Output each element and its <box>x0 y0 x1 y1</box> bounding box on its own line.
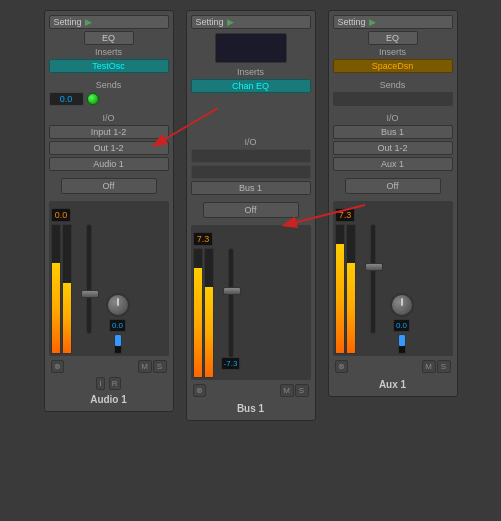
m-button-aux1[interactable]: M <box>422 360 436 373</box>
fader-knob-area-aux1 <box>358 224 388 354</box>
ms-buttons-bus1: M S <box>280 384 309 397</box>
meter-bar-right-audio1 <box>62 224 72 354</box>
side-db-aux1: 0.0 <box>393 319 410 332</box>
output-button-aux1[interactable]: Out 1-2 <box>333 141 453 155</box>
bus-button-bus1[interactable]: Bus 1 <box>191 181 311 195</box>
insert-name-bus1[interactable]: Chan EQ <box>191 79 311 93</box>
fader-handle-audio1[interactable] <box>81 290 99 298</box>
meter-group-bus1 <box>193 248 214 378</box>
link-btn2-audio1[interactable]: I <box>96 377 104 390</box>
fader-section-aux1: 7.3 0.0 <box>333 201 453 356</box>
io-label-bus1: I/O <box>244 137 256 147</box>
meter-bar-right-aux1 <box>346 224 356 354</box>
io-label-aux1: I/O <box>386 113 398 123</box>
fader-db-top-bus1: 7.3 <box>193 232 214 246</box>
off-button-aux1[interactable]: Off <box>345 178 441 194</box>
channel-strip-aux1: Setting ▶ EQ Inserts SpaceDsn Sends I/O … <box>328 10 458 397</box>
meter-bar-left-bus1 <box>193 248 203 378</box>
setting-arrow-audio1: ▶ <box>85 17 92 27</box>
small-meter-fill-audio1 <box>115 335 121 346</box>
sends-row-audio1: 0.0 <box>49 92 169 106</box>
eq-button-aux1[interactable]: EQ <box>368 31 418 45</box>
small-meter-audio1 <box>114 334 122 354</box>
empty-sendval-bus1 <box>191 116 311 130</box>
empty-send-aux1 <box>333 92 453 106</box>
channel-name-aux1: Aux 1 <box>379 377 406 392</box>
rotary-knob-aux1[interactable] <box>390 293 414 317</box>
s-button-audio1[interactable]: S <box>153 360 167 373</box>
inserts-label-bus1: Inserts <box>237 67 264 77</box>
eq-button-audio1[interactable]: EQ <box>84 31 134 45</box>
sends-label-audio1: Sends <box>96 80 122 90</box>
rotary-knob-audio1[interactable] <box>106 293 130 317</box>
small-meter-aux1 <box>398 334 406 354</box>
link-button-aux1[interactable]: ⊗ <box>335 360 348 373</box>
channel-strip-bus1: Setting ▶ Inserts Chan EQ I/O Bus 1 Off … <box>186 10 316 421</box>
setting-button-aux1[interactable]: Setting ▶ <box>333 15 453 29</box>
small-meter-fill-aux1 <box>399 335 405 346</box>
bus-button-aux1[interactable]: Aux 1 <box>333 157 453 171</box>
empty-sends-bus1 <box>191 100 311 114</box>
insert-name-aux1[interactable]: SpaceDsn <box>333 59 453 73</box>
s-button-aux1[interactable]: S <box>437 360 451 373</box>
off-button-bus1[interactable]: Off <box>203 202 299 218</box>
link-button-audio1[interactable]: ⊗ <box>51 360 64 373</box>
bottom-row-bus1: ⊗ M S <box>191 382 311 399</box>
fader-db-top-audio1: 0.0 <box>51 208 72 222</box>
meter-group-audio1 <box>51 224 72 354</box>
setting-label-audio1: Setting <box>54 17 82 27</box>
meter-group-aux1 <box>335 224 356 354</box>
setting-arrow-bus1: ▶ <box>227 17 234 27</box>
fader-track-aux1[interactable] <box>370 224 376 334</box>
input-button-audio1[interactable]: Input 1-2 <box>49 125 169 139</box>
send-dot-audio1 <box>87 93 99 105</box>
meter-fill-right-bus1 <box>205 287 213 377</box>
channel-name-audio1: Audio 1 <box>90 392 127 407</box>
empty-input-bus1 <box>191 149 311 163</box>
inserts-label-audio1: Inserts <box>95 47 122 57</box>
bottom-row-aux1: ⊗ M S <box>333 358 453 375</box>
ms-buttons-aux1: M S <box>422 360 451 373</box>
bottom-row-audio1: ⊗ M S <box>49 358 169 375</box>
link-btn3-audio1[interactable]: R <box>109 377 121 390</box>
meter-fill-right-audio1 <box>63 283 71 353</box>
meter-fill-left-aux1 <box>336 244 344 353</box>
empty-output-bus1 <box>191 165 311 179</box>
setting-arrow-aux1: ▶ <box>369 17 376 27</box>
io-label-audio1: I/O <box>102 113 114 123</box>
fader-neg-db-bus1: -7.3 <box>221 357 241 370</box>
setting-label-bus1: Setting <box>196 17 224 27</box>
bus-button-audio1[interactable]: Audio 1 <box>49 157 169 171</box>
setting-button-audio1[interactable]: Setting ▶ <box>49 15 169 29</box>
meter-fill-right-aux1 <box>347 263 355 353</box>
meter-fill-left-bus1 <box>194 268 202 377</box>
channel-name-bus1: Bus 1 <box>237 401 264 416</box>
setting-label-aux1: Setting <box>338 17 366 27</box>
fader-handle-bus1[interactable] <box>223 287 241 295</box>
inserts-label-aux1: Inserts <box>379 47 406 57</box>
fader-section-audio1: 0.0 0.0 <box>49 201 169 356</box>
sends-label-aux1: Sends <box>380 80 406 90</box>
mixer-container: Setting ▶ EQ Inserts TestOsc Sends 0.0 I… <box>0 0 501 521</box>
bus-display-bus1 <box>215 33 287 63</box>
fader-track-bus1[interactable] <box>228 248 234 358</box>
meter-bar-right-bus1 <box>204 248 214 378</box>
insert-name-audio1[interactable]: TestOsc <box>49 59 169 73</box>
fader-knob-area-bus1: -7.3 <box>216 248 246 378</box>
send-value-audio1[interactable]: 0.0 <box>49 92 84 106</box>
off-button-audio1[interactable]: Off <box>61 178 157 194</box>
side-db-audio1: 0.0 <box>109 319 126 332</box>
m-button-audio1[interactable]: M <box>138 360 152 373</box>
output-button-audio1[interactable]: Out 1-2 <box>49 141 169 155</box>
setting-button-bus1[interactable]: Setting ▶ <box>191 15 311 29</box>
link-button-bus1[interactable]: ⊗ <box>193 384 206 397</box>
m-button-bus1[interactable]: M <box>280 384 294 397</box>
meter-bar-left-audio1 <box>51 224 61 354</box>
fader-handle-aux1[interactable] <box>365 263 383 271</box>
ms-buttons-audio1: M S <box>138 360 167 373</box>
meter-bar-left-aux1 <box>335 224 345 354</box>
channel-strip-audio1: Setting ▶ EQ Inserts TestOsc Sends 0.0 I… <box>44 10 174 412</box>
fader-track-audio1[interactable] <box>86 224 92 334</box>
input-button-aux1[interactable]: Bus 1 <box>333 125 453 139</box>
s-button-bus1[interactable]: S <box>295 384 309 397</box>
